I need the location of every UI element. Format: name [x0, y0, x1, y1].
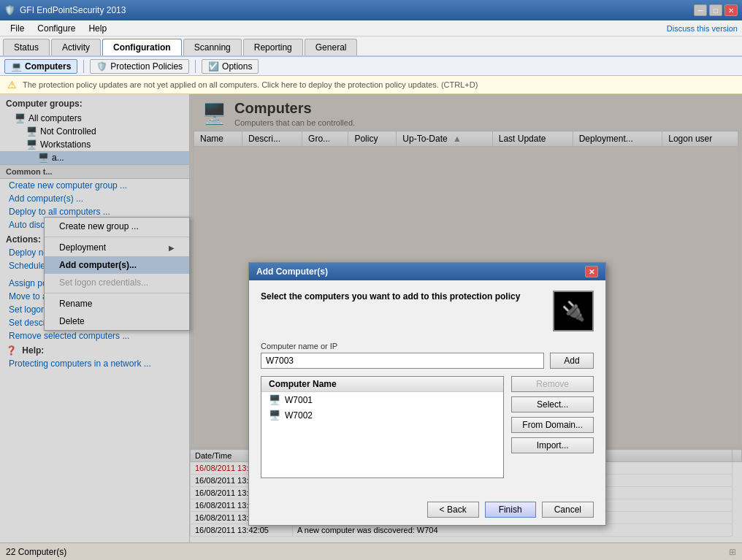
import-button[interactable]: Import...	[511, 437, 594, 453]
policies-icon: 🛡️	[96, 61, 107, 72]
tab-general[interactable]: General	[305, 39, 358, 55]
finish-button[interactable]: Finish	[485, 502, 536, 518]
tab-reporting[interactable]: Reporting	[243, 39, 303, 55]
select-button[interactable]: Select...	[511, 396, 594, 413]
computers-icon: 💻	[11, 61, 22, 72]
notification-bar[interactable]: ⚠ The protection policy updates are not …	[0, 76, 742, 94]
dialog-close-button[interactable]: ✕	[585, 266, 598, 277]
list-item-w7002[interactable]: 🖥️ W7002	[261, 407, 503, 423]
app-icon: 🛡️	[4, 5, 15, 15]
right-buttons: Remove Select... From Domain... Import..…	[511, 376, 594, 486]
computer-icon-w7001: 🖥️	[269, 394, 280, 405]
modal-overlay: Add Computer(s) ✕ Select the computers y…	[0, 94, 742, 542]
computers-label: Computers	[25, 61, 71, 72]
menu-items: File Configure Help	[4, 22, 112, 35]
notification-text: The protection policy updates are not ye…	[23, 80, 478, 89]
dialog-footer: < Back Finish Cancel	[249, 496, 605, 525]
title-bar-controls: ─ □ ✕	[694, 4, 738, 16]
toolbar-options[interactable]: ☑️ Options	[202, 59, 259, 74]
dialog-titlebar: Add Computer(s) ✕	[249, 263, 605, 280]
input-row: Add	[261, 353, 594, 369]
tab-status[interactable]: Status	[3, 39, 50, 55]
dialog-content: Select the computers you want to add to …	[249, 280, 605, 496]
tab-configuration[interactable]: Configuration	[102, 39, 182, 55]
remove-button[interactable]: Remove	[511, 376, 594, 392]
usb-icon: 🔌	[562, 300, 585, 323]
status-text: 22 Computer(s)	[6, 547, 66, 557]
from-domain-button[interactable]: From Domain...	[511, 417, 594, 433]
title-bar-left: 🛡️ GFI EndPointSecurity 2013	[4, 5, 126, 15]
dialog-title: Add Computer(s)	[256, 266, 328, 277]
tab-bar: Status Activity Configuration Scanning R…	[0, 37, 742, 57]
field-label: Computer name or IP	[261, 342, 594, 350]
maximize-button[interactable]: □	[709, 4, 722, 16]
menu-bar: File Configure Help Discuss this version	[0, 20, 742, 37]
computer-list-col: Computer Name 🖥️ W7001 🖥️ W7002	[261, 376, 504, 486]
toolbar-sep2	[195, 60, 196, 73]
options-label: Options	[222, 61, 252, 72]
dialog-header-row: Select the computers you want to add to …	[261, 291, 594, 331]
resize-handle: ⊞	[729, 547, 736, 557]
options-icon: ☑️	[208, 61, 219, 72]
add-computers-dialog: Add Computer(s) ✕ Select the computers y…	[248, 262, 606, 526]
computer-name-w7001: W7001	[285, 395, 313, 405]
list-header: Computer Name	[261, 377, 503, 392]
app-title: GFI EndPointSecurity 2013	[20, 5, 126, 15]
toolbar-sep1	[83, 60, 84, 73]
policies-label: Protection Policies	[110, 61, 183, 72]
close-button[interactable]: ✕	[724, 4, 738, 16]
tab-scanning[interactable]: Scanning	[183, 39, 242, 55]
dialog-header-text: Select the computers you want to add to …	[261, 291, 520, 303]
menu-configure[interactable]: Configure	[31, 22, 81, 35]
menu-help[interactable]: Help	[83, 22, 112, 35]
dialog-header-icon: 🔌	[553, 291, 594, 331]
warning-icon: ⚠	[7, 79, 17, 91]
title-bar: 🛡️ GFI EndPointSecurity 2013 ─ □ ✕	[0, 0, 742, 20]
computer-icon-w7002: 🖥️	[269, 410, 280, 421]
toolbar-protection-policies[interactable]: 🛡️ Protection Policies	[90, 59, 189, 74]
computer-name-w7002: W7002	[285, 410, 313, 421]
discuss-version-link[interactable]: Discuss this version	[667, 24, 738, 33]
computer-name-input[interactable]	[261, 353, 544, 369]
toolbar-computers[interactable]: 💻 Computers	[4, 59, 77, 74]
tab-activity[interactable]: Activity	[51, 39, 101, 55]
add-button[interactable]: Add	[550, 353, 594, 369]
toolbar: 💻 Computers 🛡️ Protection Policies ☑️ Op…	[0, 57, 742, 76]
back-button[interactable]: < Back	[427, 502, 479, 518]
computer-list-box[interactable]: Computer Name 🖥️ W7001 🖥️ W7002	[261, 376, 504, 478]
cancel-button[interactable]: Cancel	[542, 502, 594, 518]
menu-file[interactable]: File	[4, 22, 30, 35]
list-item-w7001[interactable]: 🖥️ W7001	[261, 392, 503, 407]
status-bar: 22 Computer(s) ⊞	[0, 542, 742, 560]
minimize-button[interactable]: ─	[694, 4, 707, 16]
dialog-body-columns: Computer Name 🖥️ W7001 🖥️ W7002	[261, 376, 594, 486]
